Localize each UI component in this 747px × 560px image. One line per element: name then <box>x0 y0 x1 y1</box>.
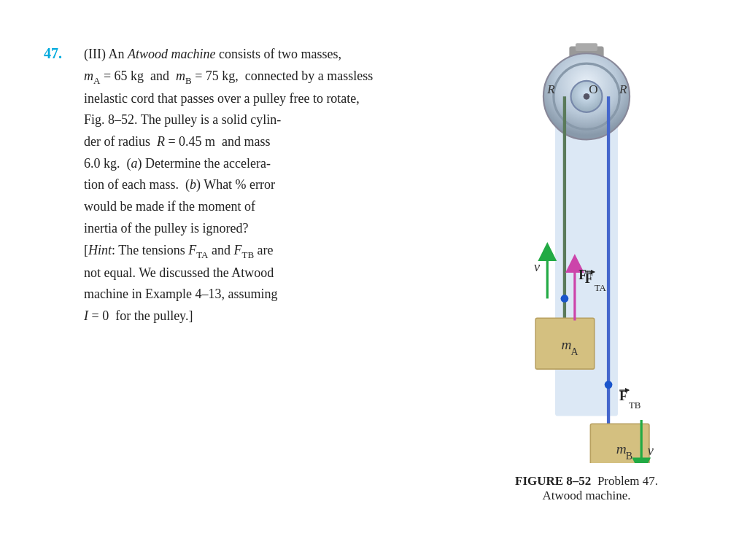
svg-text:m: m <box>562 337 572 352</box>
svg-text:R: R <box>619 82 627 96</box>
svg-text:v: v <box>648 443 654 458</box>
svg-text:R: R <box>546 82 555 96</box>
svg-text:F: F <box>585 271 593 286</box>
svg-point-19 <box>605 381 613 389</box>
problem-number: 47. <box>44 44 69 62</box>
svg-text:TA: TA <box>595 283 607 293</box>
svg-text:B: B <box>626 451 632 462</box>
atwood-diagram: R R O m A m B <box>462 40 711 463</box>
machine-name: Atwood machine <box>128 47 215 61</box>
figure-sub: Atwood machine. <box>543 489 631 502</box>
svg-text:O: O <box>589 82 597 96</box>
svg-rect-2 <box>576 43 597 51</box>
hint-label: Hint <box>88 243 112 257</box>
figure-problem: Problem 47. <box>597 474 658 488</box>
svg-text:A: A <box>571 346 578 357</box>
figure-label: FIGURE 8–52 <box>515 474 591 488</box>
page: 47. (III) An Atwood machine consists of … <box>0 0 747 357</box>
svg-text:v: v <box>534 260 541 274</box>
difficulty: (III) <box>84 47 106 61</box>
svg-point-18 <box>561 295 569 303</box>
figure-area: R R O m A m B <box>462 40 711 514</box>
problem-text: (III) An Atwood machine consists of two … <box>84 44 492 327</box>
svg-text:F: F <box>619 389 627 403</box>
svg-text:TB: TB <box>629 400 640 411</box>
svg-text:m: m <box>616 441 627 456</box>
figure-caption: FIGURE 8–52 Problem 47. Atwood machine. <box>462 474 711 503</box>
